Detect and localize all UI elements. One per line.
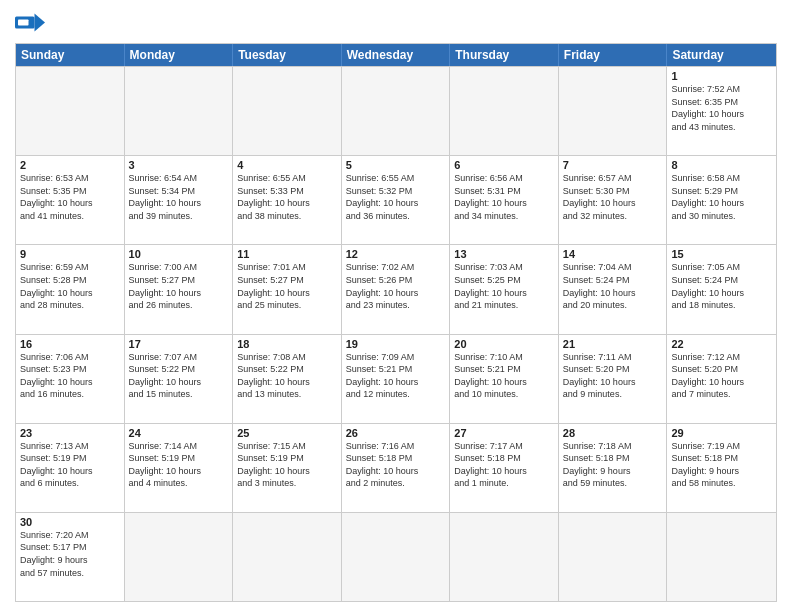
day-number: 11 — [237, 248, 337, 260]
day-info: Sunrise: 6:57 AM Sunset: 5:30 PM Dayligh… — [563, 172, 663, 222]
day-number: 6 — [454, 159, 554, 171]
day-number: 19 — [346, 338, 446, 350]
day-number: 26 — [346, 427, 446, 439]
calendar-cell: 19Sunrise: 7:09 AM Sunset: 5:21 PM Dayli… — [342, 335, 451, 423]
header-day-saturday: Saturday — [667, 44, 776, 66]
day-info: Sunrise: 7:00 AM Sunset: 5:27 PM Dayligh… — [129, 261, 229, 311]
day-info: Sunrise: 6:55 AM Sunset: 5:33 PM Dayligh… — [237, 172, 337, 222]
day-number: 21 — [563, 338, 663, 350]
calendar-week-6: 30Sunrise: 7:20 AM Sunset: 5:17 PM Dayli… — [16, 512, 776, 601]
calendar-cell: 16Sunrise: 7:06 AM Sunset: 5:23 PM Dayli… — [16, 335, 125, 423]
day-number: 12 — [346, 248, 446, 260]
logo — [15, 10, 49, 35]
day-number: 1 — [671, 70, 772, 82]
header-day-monday: Monday — [125, 44, 234, 66]
day-info: Sunrise: 6:53 AM Sunset: 5:35 PM Dayligh… — [20, 172, 120, 222]
day-number: 22 — [671, 338, 772, 350]
day-number: 28 — [563, 427, 663, 439]
calendar-cell: 20Sunrise: 7:10 AM Sunset: 5:21 PM Dayli… — [450, 335, 559, 423]
calendar-cell: 23Sunrise: 7:13 AM Sunset: 5:19 PM Dayli… — [16, 424, 125, 512]
day-number: 13 — [454, 248, 554, 260]
day-info: Sunrise: 7:04 AM Sunset: 5:24 PM Dayligh… — [563, 261, 663, 311]
day-number: 29 — [671, 427, 772, 439]
calendar-week-4: 16Sunrise: 7:06 AM Sunset: 5:23 PM Dayli… — [16, 334, 776, 423]
calendar-cell: 1Sunrise: 7:52 AM Sunset: 6:35 PM Daylig… — [667, 67, 776, 155]
calendar-cell: 10Sunrise: 7:00 AM Sunset: 5:27 PM Dayli… — [125, 245, 234, 333]
calendar-body: 1Sunrise: 7:52 AM Sunset: 6:35 PM Daylig… — [16, 66, 776, 601]
day-number: 9 — [20, 248, 120, 260]
calendar-cell — [667, 513, 776, 601]
calendar-cell — [16, 67, 125, 155]
day-info: Sunrise: 7:09 AM Sunset: 5:21 PM Dayligh… — [346, 351, 446, 401]
calendar-cell — [125, 513, 234, 601]
day-number: 4 — [237, 159, 337, 171]
calendar-cell: 25Sunrise: 7:15 AM Sunset: 5:19 PM Dayli… — [233, 424, 342, 512]
header-day-tuesday: Tuesday — [233, 44, 342, 66]
calendar-cell: 17Sunrise: 7:07 AM Sunset: 5:22 PM Dayli… — [125, 335, 234, 423]
calendar-cell: 12Sunrise: 7:02 AM Sunset: 5:26 PM Dayli… — [342, 245, 451, 333]
day-number: 17 — [129, 338, 229, 350]
calendar-cell: 15Sunrise: 7:05 AM Sunset: 5:24 PM Dayli… — [667, 245, 776, 333]
calendar-cell: 8Sunrise: 6:58 AM Sunset: 5:29 PM Daylig… — [667, 156, 776, 244]
day-info: Sunrise: 6:56 AM Sunset: 5:31 PM Dayligh… — [454, 172, 554, 222]
calendar-cell: 24Sunrise: 7:14 AM Sunset: 5:19 PM Dayli… — [125, 424, 234, 512]
calendar-week-5: 23Sunrise: 7:13 AM Sunset: 5:19 PM Dayli… — [16, 423, 776, 512]
day-info: Sunrise: 7:05 AM Sunset: 5:24 PM Dayligh… — [671, 261, 772, 311]
day-info: Sunrise: 7:13 AM Sunset: 5:19 PM Dayligh… — [20, 440, 120, 490]
calendar-cell — [233, 67, 342, 155]
calendar-week-3: 9Sunrise: 6:59 AM Sunset: 5:28 PM Daylig… — [16, 244, 776, 333]
day-number: 24 — [129, 427, 229, 439]
calendar-cell: 11Sunrise: 7:01 AM Sunset: 5:27 PM Dayli… — [233, 245, 342, 333]
calendar-cell — [450, 67, 559, 155]
header-day-thursday: Thursday — [450, 44, 559, 66]
calendar-cell: 9Sunrise: 6:59 AM Sunset: 5:28 PM Daylig… — [16, 245, 125, 333]
calendar-cell: 4Sunrise: 6:55 AM Sunset: 5:33 PM Daylig… — [233, 156, 342, 244]
day-number: 3 — [129, 159, 229, 171]
calendar-week-2: 2Sunrise: 6:53 AM Sunset: 5:35 PM Daylig… — [16, 155, 776, 244]
svg-rect-2 — [18, 20, 29, 26]
day-info: Sunrise: 7:10 AM Sunset: 5:21 PM Dayligh… — [454, 351, 554, 401]
day-number: 25 — [237, 427, 337, 439]
calendar-header: SundayMondayTuesdayWednesdayThursdayFrid… — [16, 44, 776, 66]
day-number: 30 — [20, 516, 120, 528]
calendar-cell: 27Sunrise: 7:17 AM Sunset: 5:18 PM Dayli… — [450, 424, 559, 512]
day-info: Sunrise: 7:19 AM Sunset: 5:18 PM Dayligh… — [671, 440, 772, 490]
day-number: 14 — [563, 248, 663, 260]
day-number: 16 — [20, 338, 120, 350]
day-number: 2 — [20, 159, 120, 171]
day-info: Sunrise: 6:54 AM Sunset: 5:34 PM Dayligh… — [129, 172, 229, 222]
day-number: 23 — [20, 427, 120, 439]
header-day-sunday: Sunday — [16, 44, 125, 66]
calendar-cell — [559, 513, 668, 601]
day-info: Sunrise: 7:03 AM Sunset: 5:25 PM Dayligh… — [454, 261, 554, 311]
page: SundayMondayTuesdayWednesdayThursdayFrid… — [0, 0, 792, 612]
calendar-cell: 14Sunrise: 7:04 AM Sunset: 5:24 PM Dayli… — [559, 245, 668, 333]
calendar-cell: 3Sunrise: 6:54 AM Sunset: 5:34 PM Daylig… — [125, 156, 234, 244]
day-number: 8 — [671, 159, 772, 171]
calendar-cell: 26Sunrise: 7:16 AM Sunset: 5:18 PM Dayli… — [342, 424, 451, 512]
calendar-cell: 6Sunrise: 6:56 AM Sunset: 5:31 PM Daylig… — [450, 156, 559, 244]
header-day-friday: Friday — [559, 44, 668, 66]
day-info: Sunrise: 6:55 AM Sunset: 5:32 PM Dayligh… — [346, 172, 446, 222]
calendar-cell: 2Sunrise: 6:53 AM Sunset: 5:35 PM Daylig… — [16, 156, 125, 244]
day-info: Sunrise: 6:58 AM Sunset: 5:29 PM Dayligh… — [671, 172, 772, 222]
calendar-cell — [559, 67, 668, 155]
calendar-week-1: 1Sunrise: 7:52 AM Sunset: 6:35 PM Daylig… — [16, 66, 776, 155]
day-info: Sunrise: 7:06 AM Sunset: 5:23 PM Dayligh… — [20, 351, 120, 401]
day-info: Sunrise: 7:01 AM Sunset: 5:27 PM Dayligh… — [237, 261, 337, 311]
calendar-cell: 29Sunrise: 7:19 AM Sunset: 5:18 PM Dayli… — [667, 424, 776, 512]
day-info: Sunrise: 7:16 AM Sunset: 5:18 PM Dayligh… — [346, 440, 446, 490]
day-number: 15 — [671, 248, 772, 260]
day-info: Sunrise: 7:20 AM Sunset: 5:17 PM Dayligh… — [20, 529, 120, 579]
day-number: 5 — [346, 159, 446, 171]
day-number: 18 — [237, 338, 337, 350]
calendar-cell — [125, 67, 234, 155]
calendar-cell: 13Sunrise: 7:03 AM Sunset: 5:25 PM Dayli… — [450, 245, 559, 333]
day-info: Sunrise: 7:14 AM Sunset: 5:19 PM Dayligh… — [129, 440, 229, 490]
calendar-cell — [342, 513, 451, 601]
calendar-cell: 7Sunrise: 6:57 AM Sunset: 5:30 PM Daylig… — [559, 156, 668, 244]
calendar-cell — [450, 513, 559, 601]
day-info: Sunrise: 7:17 AM Sunset: 5:18 PM Dayligh… — [454, 440, 554, 490]
day-info: Sunrise: 7:02 AM Sunset: 5:26 PM Dayligh… — [346, 261, 446, 311]
day-info: Sunrise: 6:59 AM Sunset: 5:28 PM Dayligh… — [20, 261, 120, 311]
